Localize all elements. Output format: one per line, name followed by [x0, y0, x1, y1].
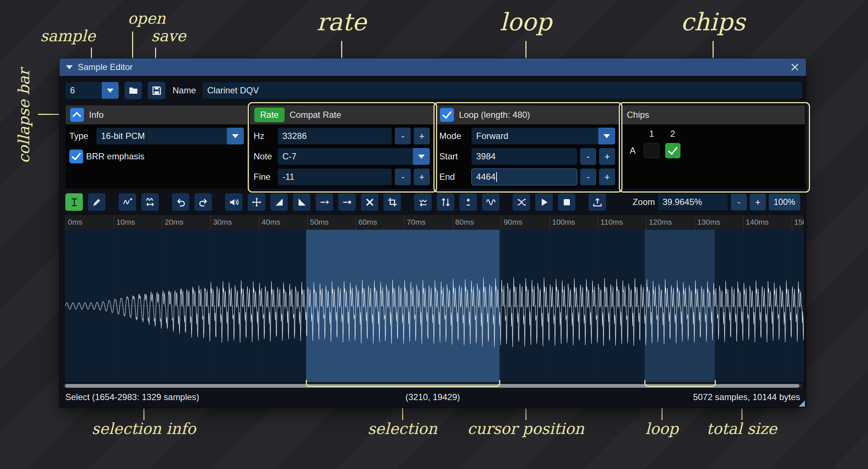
type-dropdown[interactable]: 16-bit PCM	[96, 128, 244, 144]
zoom-in-button[interactable]: +	[750, 194, 766, 210]
loop-end-value: 4464	[476, 172, 495, 182]
cross-icon	[365, 197, 375, 207]
fine-input[interactable]: -11	[278, 168, 392, 185]
trim-button[interactable]	[383, 193, 401, 211]
waveform-view[interactable]	[65, 230, 804, 382]
loop-end-increment-button[interactable]: +	[599, 168, 615, 185]
hz-increment-button[interactable]: +	[414, 128, 430, 144]
hz-decrement-button[interactable]: -	[395, 128, 411, 144]
type-dropdown-button[interactable]	[227, 128, 244, 144]
create-wavetable-button[interactable]	[589, 193, 606, 211]
ruler-tick	[162, 215, 162, 230]
fade-in-icon	[274, 197, 284, 207]
loop-start-decrement-button[interactable]: -	[580, 148, 596, 165]
crossfade-button[interactable]	[513, 193, 530, 211]
insert-silence-button[interactable]	[316, 193, 333, 211]
loop-end-decrement-button[interactable]: -	[580, 168, 596, 185]
ruler-tick	[792, 215, 792, 230]
apply-silence-button[interactable]	[338, 193, 356, 211]
fade-out-button[interactable]	[293, 193, 310, 211]
hz-input[interactable]: 33286	[278, 128, 392, 144]
note-dropdown[interactable]: C-7	[278, 148, 430, 165]
zoom-input[interactable]: 39.9645%	[658, 194, 728, 210]
loop-mode-dropdown-button[interactable]	[598, 128, 615, 144]
ruler-label: 110ms	[601, 218, 623, 226]
sample-selector[interactable]: 6	[65, 82, 119, 99]
zoom-out-button[interactable]: -	[731, 194, 747, 210]
fine-decrement-button[interactable]: -	[395, 168, 411, 185]
sample-number-value[interactable]: 6	[65, 82, 102, 99]
time-ruler[interactable]: 0ms10ms20ms30ms40ms50ms60ms70ms80ms90ms1…	[65, 215, 804, 230]
brr-emphasis-checkbox[interactable]	[69, 150, 83, 163]
fade-in-button[interactable]	[270, 193, 288, 211]
delete-button[interactable]	[361, 193, 378, 211]
resample-button[interactable]	[141, 193, 159, 211]
fine-increment-button[interactable]: +	[414, 168, 430, 185]
sample-dropdown-button[interactable]	[102, 82, 119, 99]
arrows-icon	[252, 197, 262, 207]
fade-out-icon	[297, 197, 307, 207]
type-label: Type	[69, 131, 93, 141]
sign-flip-icon	[463, 197, 473, 207]
loop-mode-value: Forward	[471, 128, 598, 144]
fine-value: -11	[282, 172, 294, 182]
chip-2-checkbox[interactable]	[665, 143, 680, 158]
ruler-label: 30ms	[213, 218, 232, 226]
name-input[interactable]: Clarinet DQV	[202, 82, 802, 99]
name-value: Clarinet DQV	[207, 85, 259, 96]
reverse-button[interactable]	[414, 193, 432, 211]
note-dropdown-button[interactable]	[413, 148, 430, 165]
insert-silence-icon	[320, 197, 329, 207]
preview-button[interactable]	[535, 193, 553, 211]
pencil-icon	[92, 197, 102, 207]
loop-enabled-checkbox[interactable]	[440, 108, 454, 122]
close-button[interactable]	[790, 62, 799, 72]
stop-preview-button[interactable]	[558, 193, 575, 211]
annotation-chips: chips	[681, 10, 745, 34]
brr-emphasis-label: BRR emphasis	[86, 151, 144, 162]
normalize-button[interactable]	[248, 193, 265, 211]
sine-icon	[486, 197, 496, 207]
resize-icon	[123, 197, 132, 207]
play-icon	[539, 197, 549, 207]
invert-button[interactable]	[437, 193, 454, 211]
save-button[interactable]	[148, 82, 165, 99]
filter-button[interactable]	[482, 193, 499, 211]
apply-silence-icon	[342, 197, 352, 207]
window-collapse-icon[interactable]	[66, 65, 73, 69]
redo-button[interactable]	[194, 193, 212, 211]
window-resize-grip[interactable]	[799, 400, 805, 407]
zoom-controls: Zoom 39.9645% - + 100%	[633, 194, 800, 210]
invert-icon	[441, 197, 451, 207]
resize-button[interactable]	[119, 193, 136, 211]
ibeam-icon	[69, 197, 79, 207]
draw-mode-button[interactable]	[88, 193, 105, 211]
amplify-button[interactable]	[225, 193, 243, 211]
ruler-label: 100ms	[552, 218, 575, 226]
zoom-reset-button[interactable]: 100%	[769, 194, 800, 210]
open-button[interactable]	[124, 82, 142, 99]
loop-start-input[interactable]: 3984	[471, 148, 577, 165]
note-value: C-7	[278, 148, 413, 165]
rate-button[interactable]: Rate	[254, 108, 285, 122]
loop-start-label: Start	[439, 151, 468, 162]
chevron-down-icon	[418, 155, 425, 159]
rate-section: Rate Compat Rate Hz 33286 - + Note C-7	[250, 105, 434, 189]
undo-icon	[176, 197, 186, 207]
chip-1-checkbox[interactable]	[644, 143, 659, 158]
annotation-selection-info: selection info	[92, 421, 196, 437]
chips-header: Chips	[627, 110, 649, 120]
loop-mode-dropdown[interactable]: Forward	[471, 128, 615, 144]
loop-start-increment-button[interactable]: +	[599, 148, 615, 165]
select-mode-button[interactable]	[65, 193, 83, 211]
sign-flip-button[interactable]	[459, 193, 477, 211]
ruler-tick	[65, 215, 66, 230]
loop-end-input[interactable]: 4464	[471, 168, 577, 185]
undo-button[interactable]	[172, 193, 189, 211]
chips-section: Chips 1 2 A	[621, 105, 805, 189]
annotation-open: open	[128, 11, 166, 26]
ruler-tick	[356, 215, 356, 230]
titlebar[interactable]: Sample Editor	[59, 58, 806, 76]
collapse-info-button[interactable]	[70, 108, 84, 122]
crop-icon	[387, 197, 397, 207]
